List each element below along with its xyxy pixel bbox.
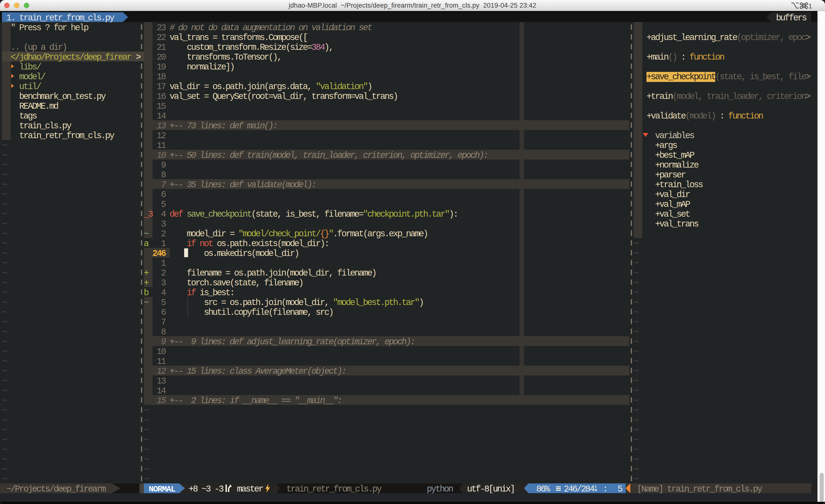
svg-text:1: 1	[808, 2, 812, 10]
